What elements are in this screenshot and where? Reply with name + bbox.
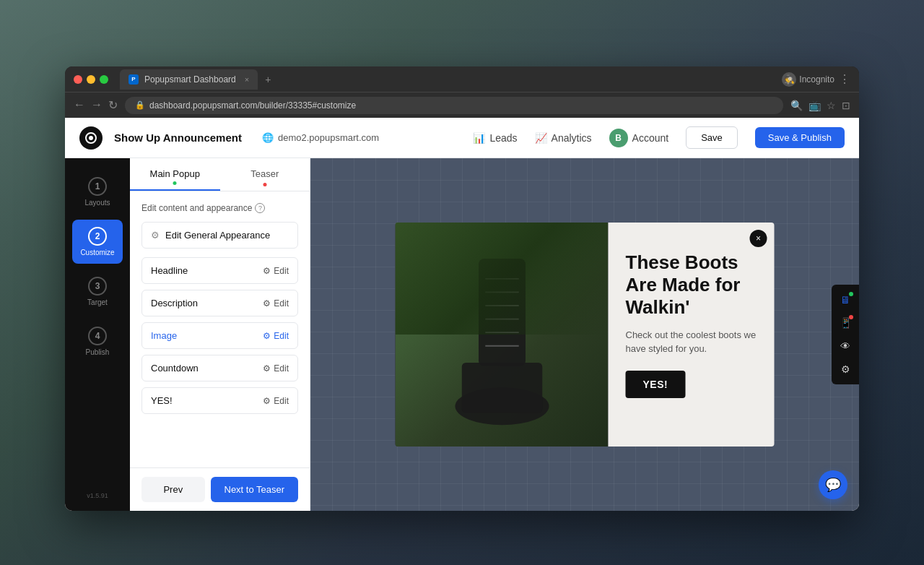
gear-icon: ⚙ [151,230,160,241]
desktop-view-button[interactable]: 🖥 [834,289,856,311]
back-button[interactable]: ← [74,98,85,112]
browser-window: P Popupsmart Dashboard × + 🕵 Incognito ⋮… [65,66,859,511]
cta-edit-button[interactable]: ⚙ Edit [263,396,289,406]
analytics-icon: 📈 [535,132,547,144]
countdown-edit-label: Edit [274,363,289,374]
preview-button[interactable]: 👁 [834,335,856,357]
url-text: dashboard.popupsmart.com/builder/33335#c… [149,100,356,111]
browser-profile-icon[interactable]: ⊡ [842,100,850,111]
target-step-number: 3 [88,277,107,296]
tab-main-popup[interactable]: Main Popup [130,158,220,191]
general-appearance-label: Edit General Appearance [165,230,270,241]
sidebar-item-target[interactable]: 3 Target [72,269,123,314]
description-edit-button[interactable]: ⚙ Edit [263,298,289,309]
incognito-badge: 🕵 Incognito [782,72,834,87]
image-item[interactable]: Image ⚙ Edit [141,322,298,349]
layouts-step-number: 1 [88,177,107,196]
svg-point-1 [89,136,93,140]
forward-button[interactable]: → [91,98,103,112]
app-content: Show Up Announcement 🌐 demo2.popupsmart.… [65,118,859,511]
mobile-view-button[interactable]: 📱 [834,312,856,334]
countdown-item[interactable]: Countdown ⚙ Edit [141,355,298,381]
leads-nav-item[interactable]: 📊 Leads [473,132,517,144]
tab-title: Popupsmart Dashboard [144,74,236,85]
popup-content-side: × These Boots Are Made for Walkin' Check… [609,223,775,447]
incognito-icon: 🕵 [782,72,796,87]
popup-image-side [396,223,609,447]
customize-panel: Main Popup Teaser Edit content and appea… [130,158,310,511]
sidebar-item-publish[interactable]: 4 Publish [72,319,123,363]
account-nav-item[interactable]: B Account [609,129,669,147]
minimize-window-button[interactable] [87,75,95,84]
chat-bubble-button[interactable]: 💬 [819,470,847,499]
bookmark-icon[interactable]: ☆ [827,100,836,111]
main-popup-tab-dot [173,181,177,185]
tab-teaser[interactable]: Teaser [220,158,310,191]
panel-section-label: Edit content and appearance ? [141,203,298,213]
image-item-label: Image [151,330,177,341]
browser-menu-button[interactable]: ⋮ [839,72,850,86]
desktop-icon: 🖥 [840,294,850,306]
header-nav: 📊 Leads 📈 Analytics B Account Save Save … [473,126,845,149]
url-bar[interactable]: 🔒 dashboard.popupsmart.com/builder/33335… [125,97,783,114]
sidebar-item-customize[interactable]: 2 Customize [72,220,123,264]
panel-tabs: Main Popup Teaser [130,158,310,191]
image-edit-button[interactable]: ⚙ Edit [263,331,289,341]
site-url-text: demo2.popupsmart.com [278,132,379,143]
analytics-nav-item[interactable]: 📈 Analytics [535,132,592,144]
headline-edit-button[interactable]: ⚙ Edit [263,266,289,276]
cta-item-label: YES! [151,395,173,406]
leads-label: Leads [489,132,517,144]
popup-preview: × These Boots Are Made for Walkin' Check… [396,223,775,447]
nav-buttons: ← → ↻ [74,98,118,112]
account-label: Account [632,132,669,144]
address-bar: ← → ↻ 🔒 dashboard.popupsmart.com/builder… [65,92,859,118]
image-edit-label: Edit [274,331,289,341]
cta-item[interactable]: YES! ⚙ Edit [141,387,298,414]
target-step-label: Target [87,298,108,306]
tab-favicon: P [128,74,139,85]
mobile-tool-dot [849,315,853,319]
close-window-button[interactable] [74,75,82,84]
cta-edit-label: Edit [274,396,289,406]
sidebar-item-layouts[interactable]: 1 Layouts [72,170,123,214]
save-publish-button[interactable]: Save & Publish [755,127,845,148]
chat-icon: 💬 [825,477,841,493]
right-tools: 🖥 📱 👁 ⚙ [832,285,859,384]
teaser-tab-dot [263,183,266,186]
popup-close-button[interactable]: × [750,230,767,247]
tab-close-button[interactable]: × [245,75,249,84]
leads-icon: 📊 [473,132,485,144]
countdown-edit-button[interactable]: ⚙ Edit [263,363,289,374]
countdown-item-label: Countdown [151,363,199,374]
description-item[interactable]: Description ⚙ Edit [141,290,298,316]
globe-icon: 🌐 [262,132,274,143]
analytics-label: Analytics [552,132,592,144]
popup-image-placeholder [396,223,609,447]
svg-rect-4 [461,363,541,413]
headline-item[interactable]: Headline ⚙ Edit [141,257,298,284]
help-icon[interactable]: ? [255,203,265,213]
cast-icon[interactable]: 📺 [808,100,821,111]
sidebar: 1 Layouts 2 Customize 3 Target 4 Publish… [65,158,130,511]
site-url-area: 🌐 demo2.popupsmart.com [262,132,379,143]
panel-content: Edit content and appearance ? ⚙ Edit Gen… [130,191,310,467]
popup-cta-button[interactable]: YES! [626,371,686,398]
save-button[interactable]: Save [686,126,738,149]
next-to-teaser-button[interactable]: Next to Teaser [211,477,298,502]
refresh-button[interactable]: ↻ [108,98,118,112]
customize-step-number: 2 [88,227,107,246]
edit-icon-desc: ⚙ [263,298,271,309]
publish-step-label: Publish [86,348,110,356]
description-item-label: Description [151,298,198,309]
main-area: 1 Layouts 2 Customize 3 Target 4 Publish… [65,158,859,511]
new-tab-button[interactable]: + [261,74,275,85]
general-appearance-button[interactable]: ⚙ Edit General Appearance [141,222,298,249]
maximize-window-button[interactable] [100,75,108,84]
search-icon[interactable]: 🔍 [790,100,803,111]
edit-icon-image: ⚙ [263,331,271,341]
settings-tool-button[interactable]: ⚙ [834,358,856,380]
browser-tab-active[interactable]: P Popupsmart Dashboard × [120,69,258,90]
prev-button[interactable]: Prev [141,477,205,502]
app-header: Show Up Announcement 🌐 demo2.popupsmart.… [65,118,859,158]
